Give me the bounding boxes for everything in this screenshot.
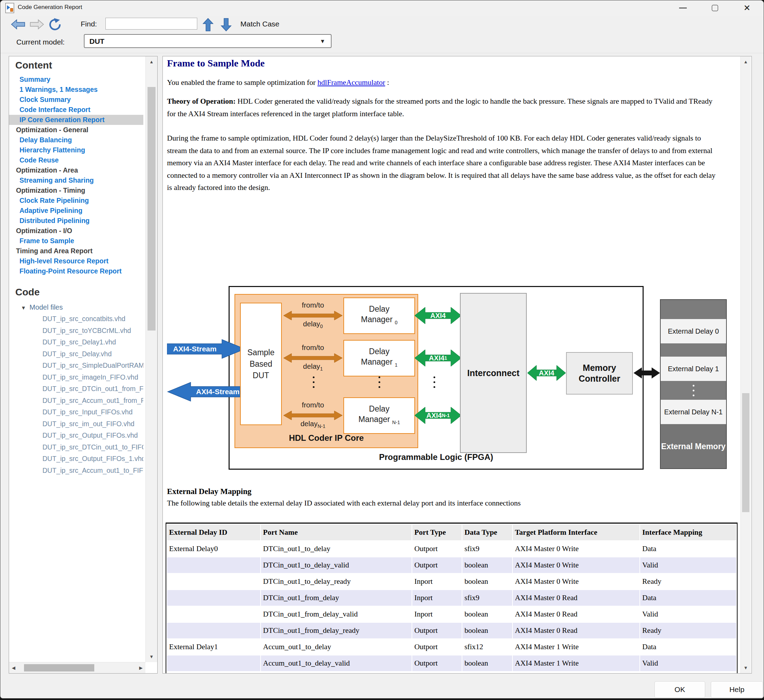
sidebar-vertical-scrollbar[interactable]: ▲ ▼ (146, 56, 157, 662)
back-icon[interactable] (11, 19, 25, 30)
scroll-down-icon[interactable]: ▼ (146, 654, 157, 659)
cell-port-name: DTCin_out1_from_delay_ready (261, 623, 412, 639)
scroll-down-icon[interactable]: ▼ (741, 665, 751, 670)
main-vertical-scrollbar[interactable]: ▲ ▼ (741, 56, 751, 673)
scroll-up-icon[interactable]: ▲ (146, 59, 157, 64)
model-file-link[interactable]: DUT_ip_src_DTCin_out1_to_FIFO.vhd (9, 442, 143, 453)
scroll-right-icon[interactable]: ▶ (139, 665, 142, 670)
cell-target-platform-interface: AXI4 Master 0 Write (513, 557, 639, 573)
sidebar-item[interactable]: Clock Summary (9, 95, 143, 105)
sidebar-item[interactable]: Summary (9, 74, 143, 85)
model-file-link[interactable]: DUT_ip_src_im_out_FIFO.vhd (9, 418, 143, 430)
match-case-toggle[interactable]: Match Case (240, 20, 279, 28)
cell-interface-mapping: Data (640, 639, 736, 655)
model-file-link[interactable]: DUT_ip_src_Output_FIFOs.vhd (9, 430, 143, 442)
table-row: DTCin_out1_from_delay Inport sfix9 AXI4 … (167, 590, 736, 606)
cell-external-delay-id (167, 623, 260, 639)
cell-target-platform-interface: AXI4 Master 1 Write (513, 655, 639, 671)
cell-port-type: Inport (412, 574, 462, 589)
cell-data-type: boolean (462, 672, 512, 673)
find-next-icon[interactable] (221, 18, 232, 32)
minimize-button[interactable] (672, 0, 694, 16)
sidebar-item[interactable]: Distributed Pipelining (9, 216, 143, 226)
cell-port-type: Outport (412, 655, 462, 671)
model-file-link[interactable]: DUT_ip_src_Accum_out1_from_FIFO.vhd (9, 395, 143, 407)
model-files-group[interactable]: ▼Model files (9, 301, 143, 313)
sidebar-item[interactable]: Clock Rate Pipelining (9, 196, 143, 206)
model-file-link[interactable]: DUT_ip_src_Output_FIFOs_1.vhd (9, 453, 143, 465)
model-file-link[interactable]: DUT_ip_src_imageIn_FIFO.vhd (9, 371, 143, 384)
table-row: Accum_out1_to_delay_ready Inport boolean… (167, 672, 736, 673)
cell-port-type: Inport (412, 672, 462, 673)
scroll-left-icon[interactable]: ◀ (12, 665, 15, 670)
current-model-dropdown[interactable]: DUT ▼ (84, 34, 332, 48)
sidebar-item[interactable]: Code Interface Report (9, 105, 143, 115)
fpga-label: Programmable Logic (FPGA) (229, 452, 643, 462)
help-button[interactable]: Help (711, 681, 763, 698)
sidebar-vertical-scroll-thumb[interactable] (147, 87, 155, 330)
sidebar-item[interactable]: Delay Balancing (9, 135, 143, 145)
external-delay-mapping-intro: The following table details the external… (167, 499, 521, 507)
sidebar-item[interactable]: Adaptive Pipelining (9, 206, 143, 216)
sidebar-item[interactable]: Code Reuse (9, 155, 143, 165)
model-files-label: Model files (30, 303, 63, 311)
architecture-diagram: AXI4-Stream AXI4-Stream SampleBasedDUT f… (163, 285, 752, 475)
sidebar-item[interactable]: Frame to Sample (9, 236, 143, 246)
close-button[interactable]: ✕ (736, 0, 758, 16)
cell-interface-mapping: Valid (640, 606, 736, 622)
find-input[interactable] (105, 18, 197, 30)
model-file-link[interactable]: DUT_ip_src_toYCBCrML.vhd (9, 325, 143, 337)
cell-target-platform-interface: AXI4 Master 0 Read (513, 606, 639, 622)
col-port-name: Port Name (261, 524, 412, 540)
sidebar-horizontal-scroll-thumb[interactable] (24, 664, 94, 672)
axi4-arrow-1-label: AXI41 (414, 349, 462, 367)
table-row: DTCin_out1_to_delay_ready Inport boolean… (167, 574, 736, 589)
find-previous-icon[interactable] (202, 18, 214, 32)
cell-interface-mapping: Data (640, 590, 736, 606)
cell-port-name: Accum_out1_to_delay_ready (261, 672, 412, 673)
sidebar-item[interactable]: Optimization - Timing (9, 185, 143, 196)
ellipsis-dots (374, 376, 384, 388)
sidebar-item[interactable]: Timing and Area Report (9, 246, 143, 256)
maximize-button[interactable] (704, 0, 726, 16)
sidebar-item[interactable]: Hierarchy Flattening (9, 145, 143, 155)
cell-data-type: boolean (462, 606, 512, 622)
hdlframeaccumulator-link[interactable]: hdlFrameAccumulator (318, 78, 385, 87)
fromto-delay-label-0: delay0 (283, 320, 343, 329)
sidebar-item[interactable]: High-level Resource Report (9, 256, 143, 266)
main-vertical-scroll-thumb[interactable] (742, 393, 749, 512)
cell-target-platform-interface: AXI4 Master 1 Write (513, 639, 639, 655)
sidebar-item[interactable]: Floating-Point Resource Report (9, 266, 143, 276)
sidebar-item[interactable]: IP Core Generation Report (9, 115, 143, 125)
table-header-row: External Delay ID Port Name Port Type Da… (167, 524, 736, 540)
model-file-link[interactable]: DUT_ip_src_SimpleDualPortRAM.vhd (9, 360, 143, 371)
model-file-link[interactable]: DUT_ip_src_Accum_out1_to_FIFO.vhd (9, 465, 143, 477)
chevron-down-icon: ▼ (320, 38, 325, 45)
model-file-link[interactable]: DUT_ip_src_concatbits.vhd (9, 313, 143, 325)
model-file-link[interactable]: DUT_ip_src_Delay.vhd (9, 348, 143, 360)
sidebar-item[interactable]: Optimization - Area (9, 165, 143, 175)
scroll-up-icon[interactable]: ▲ (741, 59, 751, 64)
sidebar-horizontal-scrollbar[interactable]: ◀ ▶ (9, 662, 146, 673)
external-delay-mapping-table: External Delay ID Port Name Port Type Da… (166, 523, 737, 673)
sidebar-item[interactable]: Optimization - General (9, 125, 143, 135)
titlebar: Code Generation Report ✕ (0, 0, 764, 16)
table-row: External Delay0 DTCin_out1_to_delay Outp… (167, 541, 736, 557)
find-label: Find: (81, 20, 97, 28)
sidebar-item[interactable]: 1 Warnings, 1 Messages (9, 85, 143, 95)
ip-core-label: HDL Coder IP Core (235, 433, 418, 443)
cell-target-platform-interface: AXI4 Master 1 Write (513, 672, 639, 673)
model-file-link[interactable]: DUT_ip_src_Input_FIFOs.vhd (9, 406, 143, 418)
model-file-link[interactable]: DUT_ip_src_Delay1.vhd (9, 337, 143, 348)
external-delay-mapping-heading: External Delay Mapping (167, 487, 252, 496)
cell-port-name: Accum_out1_to_delay_valid (261, 655, 412, 671)
sidebar-item[interactable]: Optimization - I/O (9, 226, 143, 236)
sidebar-item[interactable]: Streaming and Sharing (9, 175, 143, 185)
cell-port-type: Outport (412, 541, 462, 557)
app-icon (5, 3, 14, 13)
forward-icon[interactable] (30, 19, 44, 30)
collapse-triangle-icon: ▼ (21, 305, 26, 311)
ok-button[interactable]: OK (654, 681, 705, 698)
model-file-link[interactable]: DUT_ip_src_DTCin_out1_from_FIFO.vhd (9, 383, 143, 395)
refresh-icon[interactable] (49, 18, 62, 31)
